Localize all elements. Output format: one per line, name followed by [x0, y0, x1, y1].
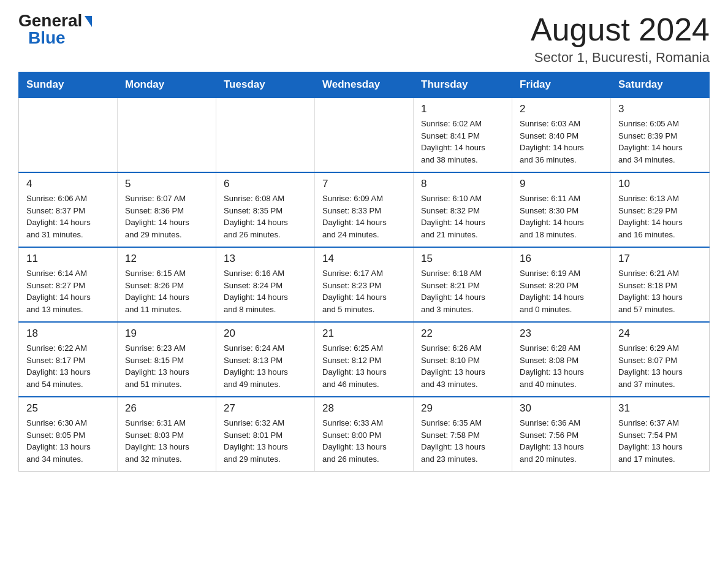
calendar-cell: 5Sunrise: 6:07 AMSunset: 8:36 PMDaylight… [118, 172, 216, 247]
calendar-week-4: 18Sunrise: 6:22 AMSunset: 8:17 PMDayligh… [19, 322, 710, 397]
calendar-cell: 7Sunrise: 6:09 AMSunset: 8:33 PMDaylight… [315, 172, 414, 247]
month-year-title: August 2024 [531, 12, 710, 47]
day-number: 25 [26, 402, 111, 415]
day-number: 21 [322, 327, 407, 340]
day-number: 23 [520, 327, 604, 340]
calendar-cell: 23Sunrise: 6:28 AMSunset: 8:08 PMDayligh… [512, 322, 611, 397]
day-number: 27 [224, 402, 308, 415]
title-section: August 2024 Sector 1, Bucuresti, Romania [531, 12, 710, 66]
day-info: Sunrise: 6:08 AMSunset: 8:35 PMDaylight:… [224, 193, 308, 240]
calendar-cell: 15Sunrise: 6:18 AMSunset: 8:21 PMDayligh… [414, 247, 512, 322]
calendar-header-sunday: Sunday [19, 72, 118, 98]
day-info: Sunrise: 6:32 AMSunset: 8:01 PMDaylight:… [224, 417, 308, 465]
calendar-header-friday: Friday [512, 72, 611, 98]
calendar-cell: 17Sunrise: 6:21 AMSunset: 8:18 PMDayligh… [611, 247, 710, 322]
day-info: Sunrise: 6:29 AMSunset: 8:07 PMDaylight:… [618, 342, 703, 390]
calendar-cell: 4Sunrise: 6:06 AMSunset: 8:37 PMDaylight… [19, 172, 118, 247]
calendar-cell: 27Sunrise: 6:32 AMSunset: 8:01 PMDayligh… [216, 397, 315, 472]
day-number: 9 [520, 178, 604, 190]
day-info: Sunrise: 6:25 AMSunset: 8:12 PMDaylight:… [322, 342, 407, 390]
logo-general-text: General [18, 12, 82, 29]
day-info: Sunrise: 6:06 AMSunset: 8:37 PMDaylight:… [26, 193, 111, 240]
calendar-cell: 1Sunrise: 6:02 AMSunset: 8:41 PMDaylight… [414, 98, 512, 172]
calendar-cell: 20Sunrise: 6:24 AMSunset: 8:13 PMDayligh… [216, 322, 315, 397]
day-number: 4 [26, 178, 111, 190]
calendar-cell: 12Sunrise: 6:15 AMSunset: 8:26 PMDayligh… [118, 247, 216, 322]
calendar-header-saturday: Saturday [611, 72, 710, 98]
calendar-cell: 28Sunrise: 6:33 AMSunset: 8:00 PMDayligh… [315, 397, 414, 472]
calendar-header-monday: Monday [118, 72, 216, 98]
calendar-cell: 22Sunrise: 6:26 AMSunset: 8:10 PMDayligh… [414, 322, 512, 397]
day-info: Sunrise: 6:05 AMSunset: 8:39 PMDaylight:… [618, 118, 703, 166]
day-info: Sunrise: 6:23 AMSunset: 8:15 PMDaylight:… [125, 342, 210, 390]
day-number: 20 [224, 327, 308, 340]
day-info: Sunrise: 6:15 AMSunset: 8:26 PMDaylight:… [125, 267, 210, 315]
day-number: 7 [322, 178, 407, 190]
calendar-cell: 13Sunrise: 6:16 AMSunset: 8:24 PMDayligh… [216, 247, 315, 322]
calendar-cell: 29Sunrise: 6:35 AMSunset: 7:58 PMDayligh… [414, 397, 512, 472]
calendar-cell: 3Sunrise: 6:05 AMSunset: 8:39 PMDaylight… [611, 98, 710, 172]
day-info: Sunrise: 6:30 AMSunset: 8:05 PMDaylight:… [26, 417, 111, 465]
calendar-week-5: 25Sunrise: 6:30 AMSunset: 8:05 PMDayligh… [19, 397, 710, 472]
calendar-week-2: 4Sunrise: 6:06 AMSunset: 8:37 PMDaylight… [19, 172, 710, 247]
logo: General Blue [18, 12, 92, 47]
day-info: Sunrise: 6:09 AMSunset: 8:33 PMDaylight:… [322, 193, 407, 240]
calendar-cell [315, 98, 414, 172]
location-subtitle: Sector 1, Bucuresti, Romania [531, 50, 710, 66]
day-number: 19 [125, 327, 210, 340]
logo-blue-text: Blue [28, 29, 66, 47]
day-info: Sunrise: 6:16 AMSunset: 8:24 PMDaylight:… [224, 267, 308, 315]
calendar-cell: 11Sunrise: 6:14 AMSunset: 8:27 PMDayligh… [19, 247, 118, 322]
calendar-cell: 14Sunrise: 6:17 AMSunset: 8:23 PMDayligh… [315, 247, 414, 322]
day-info: Sunrise: 6:26 AMSunset: 8:10 PMDaylight:… [421, 342, 506, 390]
calendar-cell: 2Sunrise: 6:03 AMSunset: 8:40 PMDaylight… [512, 98, 611, 172]
calendar-cell: 10Sunrise: 6:13 AMSunset: 8:29 PMDayligh… [611, 172, 710, 247]
day-info: Sunrise: 6:24 AMSunset: 8:13 PMDaylight:… [224, 342, 308, 390]
calendar-week-1: 1Sunrise: 6:02 AMSunset: 8:41 PMDaylight… [19, 98, 710, 172]
day-info: Sunrise: 6:19 AMSunset: 8:20 PMDaylight:… [520, 267, 604, 315]
day-info: Sunrise: 6:07 AMSunset: 8:36 PMDaylight:… [125, 193, 210, 240]
calendar-cell: 21Sunrise: 6:25 AMSunset: 8:12 PMDayligh… [315, 322, 414, 397]
day-info: Sunrise: 6:11 AMSunset: 8:30 PMDaylight:… [520, 193, 604, 240]
day-number: 2 [520, 103, 604, 115]
calendar-cell: 19Sunrise: 6:23 AMSunset: 8:15 PMDayligh… [118, 322, 216, 397]
day-info: Sunrise: 6:10 AMSunset: 8:32 PMDaylight:… [421, 193, 506, 240]
calendar-header-row: SundayMondayTuesdayWednesdayThursdayFrid… [19, 72, 710, 98]
calendar-header-thursday: Thursday [414, 72, 512, 98]
day-info: Sunrise: 6:22 AMSunset: 8:17 PMDaylight:… [26, 342, 111, 390]
calendar-cell: 8Sunrise: 6:10 AMSunset: 8:32 PMDaylight… [414, 172, 512, 247]
calendar-cell: 30Sunrise: 6:36 AMSunset: 7:56 PMDayligh… [512, 397, 611, 472]
day-info: Sunrise: 6:18 AMSunset: 8:21 PMDaylight:… [421, 267, 506, 315]
calendar-header-wednesday: Wednesday [315, 72, 414, 98]
day-info: Sunrise: 6:13 AMSunset: 8:29 PMDaylight:… [618, 193, 703, 240]
day-info: Sunrise: 6:35 AMSunset: 7:58 PMDaylight:… [421, 417, 506, 465]
day-number: 6 [224, 178, 308, 190]
day-info: Sunrise: 6:14 AMSunset: 8:27 PMDaylight:… [26, 267, 111, 315]
day-number: 8 [421, 178, 506, 190]
calendar-cell: 9Sunrise: 6:11 AMSunset: 8:30 PMDaylight… [512, 172, 611, 247]
day-info: Sunrise: 6:31 AMSunset: 8:03 PMDaylight:… [125, 417, 210, 465]
calendar-cell: 16Sunrise: 6:19 AMSunset: 8:20 PMDayligh… [512, 247, 611, 322]
day-info: Sunrise: 6:03 AMSunset: 8:40 PMDaylight:… [520, 118, 604, 166]
day-number: 16 [520, 253, 604, 265]
calendar-cell: 18Sunrise: 6:22 AMSunset: 8:17 PMDayligh… [19, 322, 118, 397]
day-number: 18 [26, 327, 111, 340]
day-info: Sunrise: 6:21 AMSunset: 8:18 PMDaylight:… [618, 267, 703, 315]
day-number: 12 [125, 253, 210, 265]
day-info: Sunrise: 6:17 AMSunset: 8:23 PMDaylight:… [322, 267, 407, 315]
calendar-cell: 25Sunrise: 6:30 AMSunset: 8:05 PMDayligh… [19, 397, 118, 472]
day-info: Sunrise: 6:37 AMSunset: 7:54 PMDaylight:… [618, 417, 703, 465]
calendar-cell [118, 98, 216, 172]
day-info: Sunrise: 6:33 AMSunset: 8:00 PMDaylight:… [322, 417, 407, 465]
calendar-cell: 24Sunrise: 6:29 AMSunset: 8:07 PMDayligh… [611, 322, 710, 397]
day-number: 5 [125, 178, 210, 190]
day-number: 22 [421, 327, 506, 340]
day-info: Sunrise: 6:28 AMSunset: 8:08 PMDaylight:… [520, 342, 604, 390]
day-number: 17 [618, 253, 703, 265]
page-header: General Blue August 2024 Sector 1, Bucur… [18, 12, 710, 66]
day-info: Sunrise: 6:36 AMSunset: 7:56 PMDaylight:… [520, 417, 604, 465]
day-number: 11 [26, 253, 111, 265]
day-number: 28 [322, 402, 407, 415]
calendar-table: SundayMondayTuesdayWednesdayThursdayFrid… [18, 72, 710, 472]
day-number: 29 [421, 402, 506, 415]
